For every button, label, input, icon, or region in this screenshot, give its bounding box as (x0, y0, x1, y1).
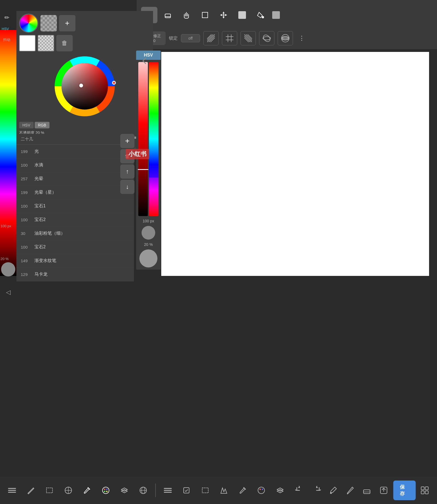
eraser3-btn[interactable] (360, 483, 374, 498)
size-label-left: 100 px (1, 224, 11, 228)
add-brush-button[interactable]: + (120, 134, 134, 148)
palette-btn[interactable] (99, 482, 113, 499)
layers2-btn[interactable] (274, 482, 287, 499)
brush2-btn[interactable] (236, 482, 250, 499)
color-picker-dot-white[interactable] (79, 84, 83, 87)
brush-btn[interactable] (80, 482, 94, 499)
export-icon (379, 486, 388, 495)
hand-tool-btn[interactable] (178, 7, 195, 23)
move-brush-up-button[interactable]: ↑ (120, 164, 134, 179)
shape2-btn[interactable] (217, 482, 231, 499)
selection2-btn[interactable] (43, 482, 56, 499)
saturation-bar[interactable] (138, 62, 148, 216)
color-circle-left[interactable] (1, 262, 15, 276)
opacity-small-btn[interactable]: 抖动 (0, 33, 14, 47)
arrow-left-icon[interactable]: ◁ (1, 287, 15, 298)
selection3-btn[interactable] (199, 482, 212, 499)
left-color-bar[interactable] (0, 30, 16, 276)
svg-rect-58 (421, 491, 424, 494)
globe-btn[interactable] (137, 482, 150, 499)
brush-name-2: 光晕 (34, 176, 130, 182)
hatch3-btn[interactable] (259, 31, 274, 45)
save-button[interactable]: 保存 (393, 481, 416, 500)
brush-item-3[interactable]: 199 光晕（星） (16, 186, 134, 199)
brush-item-2[interactable]: 257 光晕 (16, 172, 134, 186)
brush-item-7[interactable]: 100 宝石2 (16, 240, 134, 254)
snap-off-button[interactable]: off (181, 34, 200, 42)
palette-icon (101, 486, 110, 495)
color-square[interactable] (61, 63, 108, 110)
lock-bar: 抖动修正 10 锁定 off (137, 27, 437, 49)
brush-item-9[interactable]: 129 马卡龙 (16, 268, 134, 281)
fill-tool-btn[interactable] (234, 7, 250, 23)
circle-btn[interactable] (278, 31, 293, 45)
pen-small-icon[interactable]: ✏ (0, 11, 14, 25)
shape-btn[interactable] (62, 482, 75, 499)
brush-item-5[interactable]: 100 宝石2 (16, 213, 134, 227)
edit-btn[interactable] (24, 482, 38, 499)
color-swatch-row: + (19, 14, 150, 33)
move-brush-down-button[interactable]: ↓ (120, 180, 134, 194)
add-swatch-button[interactable]: + (59, 15, 75, 31)
bucket-tool-btn[interactable] (253, 7, 269, 23)
brush-num-1: 100 (21, 163, 32, 167)
eyedropper-btn[interactable] (326, 483, 341, 498)
svg-point-40 (106, 491, 107, 492)
hue-selection (149, 167, 159, 178)
export-btn[interactable] (376, 483, 391, 498)
transparent-swatch[interactable] (38, 35, 54, 51)
rgb-tab[interactable]: RGB (35, 122, 49, 128)
bucket-icon (256, 11, 265, 19)
hsv-tab[interactable]: HSV (19, 122, 34, 128)
eraser-tool-btn[interactable] (160, 7, 176, 23)
brush-item-4[interactable]: 100 宝石1 (16, 199, 134, 213)
lock-label: 锁定 (169, 36, 178, 41)
hsv-color-preview[interactable] (139, 249, 157, 267)
delete-swatch-btn[interactable]: 🗑 (56, 35, 73, 51)
hue-bar[interactable] (149, 62, 159, 216)
hatch2-btn[interactable] (241, 31, 256, 45)
foreground-swatch[interactable] (19, 35, 36, 51)
selection3-icon (201, 486, 210, 495)
more-options-btn[interactable]: ⋮ (296, 31, 307, 45)
layers-btn[interactable] (118, 482, 131, 499)
move-tool-btn[interactable] (215, 7, 232, 23)
undo-btn[interactable] (292, 483, 307, 498)
pen3-btn[interactable] (343, 483, 357, 498)
menu2-btn[interactable] (161, 482, 175, 499)
menu-btn[interactable] (5, 482, 19, 499)
brush-name-6: 油彩粉笔（细） (34, 231, 130, 236)
fg-bg-swatches: 🗑 (19, 35, 150, 51)
grid-icon (225, 33, 234, 43)
edit2-btn[interactable] (180, 482, 193, 499)
canvas-area[interactable] (161, 52, 429, 276)
redo-btn[interactable] (309, 483, 324, 498)
grid-btn[interactable] (222, 31, 237, 45)
grid-swatch[interactable] (40, 15, 57, 31)
palette2-btn[interactable] (255, 482, 268, 499)
brush-item-1[interactable]: 100 水滴 (16, 158, 134, 172)
svg-rect-59 (425, 491, 428, 494)
svg-point-8 (262, 16, 264, 18)
hatch1-btn[interactable] (203, 31, 219, 45)
svg-point-24 (262, 34, 271, 43)
svg-point-49 (258, 487, 265, 494)
brush2-icon (238, 486, 247, 495)
selection-tool-btn[interactable] (197, 7, 213, 23)
menu2-icon (163, 486, 172, 495)
brush-item-0[interactable]: 199 光 (16, 145, 134, 158)
chevron-left-icon (141, 57, 148, 65)
brush-item-6[interactable]: 30 油彩粉笔（细） (16, 227, 134, 240)
color-picker-dot-red[interactable] (112, 81, 116, 85)
palette2-icon (257, 486, 266, 495)
color-wheel-swatch[interactable] (19, 14, 38, 33)
svg-point-52 (330, 492, 332, 494)
svg-rect-3 (165, 14, 171, 18)
color-wheel-container[interactable] (52, 54, 118, 119)
grid-view-btn[interactable] (418, 483, 432, 497)
back-collapse-button[interactable] (138, 54, 151, 68)
brush-item-8[interactable]: 149 渐变水纹笔 (16, 254, 134, 268)
svg-point-36 (102, 487, 109, 494)
color-indicator[interactable] (272, 11, 280, 19)
left-tools-panel: ✏ HSV 抖动 (0, 11, 16, 47)
